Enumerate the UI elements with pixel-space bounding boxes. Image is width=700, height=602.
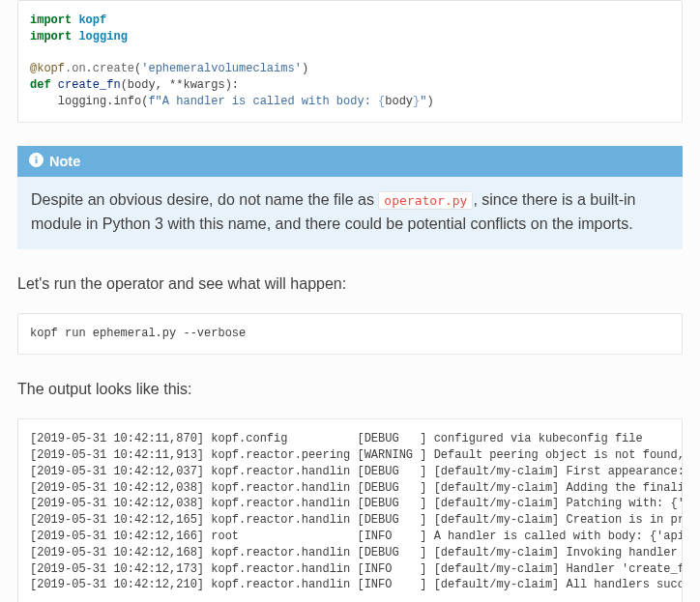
paragraph-output: The output looks like this: [17,378,683,401]
call-end: ) [426,95,433,108]
kw-def: def [30,78,51,92]
note-body-pre: Despite an obvious desire, do not name t… [31,191,378,208]
paren-close: ) [302,62,308,75]
body-call: logging.info( [30,95,148,108]
log-line: [2019-05-31 10:42:12,168] kopf.reactor.h… [30,546,683,559]
note-admonition: Note Despite an obvious desire, do not n… [17,146,683,250]
decorator-path: .on.create [65,62,134,75]
note-title-text: Note [49,154,80,169]
log-line: [2019-05-31 10:42:12,037] kopf.reactor.h… [30,465,683,478]
kw-import: import [30,30,72,43]
python-code-block: import kopf import logging @kopf.on.crea… [17,0,683,123]
mod-logging: logging [78,30,127,43]
fstring-pre: f"A handler is called with body: [148,95,378,108]
kw-import: import [30,14,72,27]
svg-rect-1 [36,158,38,163]
log-line: [2019-05-31 10:42:12,210] kopf.reactor.h… [30,578,683,591]
note-body: Despite an obvious desire, do not name t… [17,177,683,250]
log-line: [2019-05-31 10:42:11,870] kopf.config [D… [30,432,643,445]
log-output-block: [2019-05-31 10:42:11,870] kopf.config [D… [17,418,683,602]
literal-filename: operator.py [378,191,473,210]
svg-rect-2 [36,157,38,158]
fstring-expr: body [385,95,413,108]
fn-name: create_fn [58,78,121,92]
log-line: [2019-05-31 10:42:12,165] kopf.reactor.h… [30,513,683,527]
decorator-arg: 'ephemeralvolumeclaims' [141,62,302,75]
log-line: [2019-05-31 10:42:12,038] kopf.reactor.h… [30,497,683,510]
shell-command-block: kopf run ephemeral.py --verbose [17,313,683,355]
log-line: [2019-05-31 10:42:11,913] kopf.reactor.p… [30,448,683,462]
log-line: [2019-05-31 10:42:12,173] kopf.reactor.h… [30,562,683,576]
log-line: [2019-05-31 10:42:12,038] kopf.reactor.h… [30,481,683,495]
info-icon [29,153,44,170]
paragraph-run: Let's run the operator and see what will… [17,272,683,296]
mod-kopf: kopf [78,14,106,27]
log-line: [2019-05-31 10:42:12,166] root [INFO ] A… [30,530,683,543]
decorator-at: @kopf [30,62,65,75]
note-title-bar: Note [17,146,683,177]
fn-sig: (body, **kwargs): [121,78,239,92]
